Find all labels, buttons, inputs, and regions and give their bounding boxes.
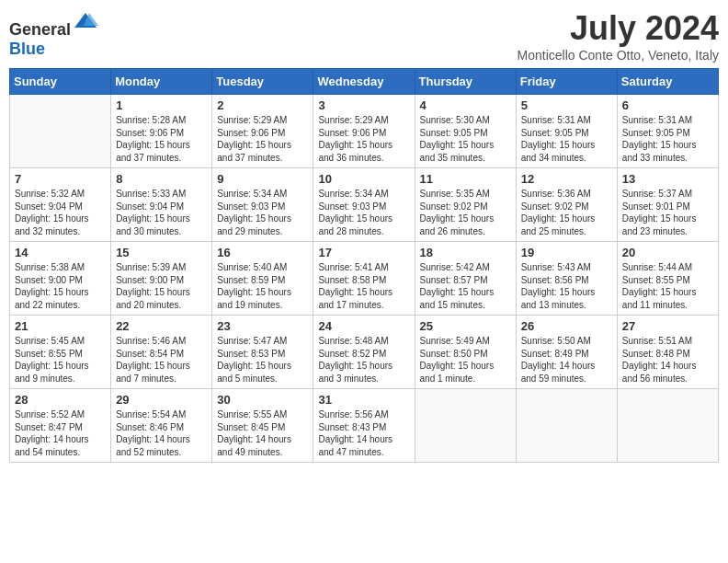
day-number: 14 <box>15 246 106 259</box>
month-year-title: July 2024 <box>518 9 719 48</box>
day-content: Sunrise: 5:54 AM Sunset: 8:46 PM Dayligh… <box>116 408 207 458</box>
calendar-cell: 14Sunrise: 5:38 AM Sunset: 9:00 PM Dayli… <box>10 242 111 316</box>
day-content: Sunrise: 5:52 AM Sunset: 8:47 PM Dayligh… <box>15 408 106 458</box>
day-content: Sunrise: 5:34 AM Sunset: 9:03 PM Dayligh… <box>318 188 409 237</box>
day-number: 13 <box>622 172 713 186</box>
day-content: Sunrise: 5:32 AM Sunset: 9:04 PM Dayligh… <box>15 188 106 237</box>
day-content: Sunrise: 5:46 AM Sunset: 8:54 PM Dayligh… <box>116 335 207 385</box>
logo-general: General <box>9 20 71 39</box>
calendar-cell: 15Sunrise: 5:39 AM Sunset: 9:00 PM Dayli… <box>111 242 212 316</box>
day-content: Sunrise: 5:48 AM Sunset: 8:52 PM Dayligh… <box>318 335 409 385</box>
day-number: 7 <box>15 172 106 186</box>
day-content: Sunrise: 5:42 AM Sunset: 8:57 PM Dayligh… <box>420 261 511 311</box>
day-number: 30 <box>217 393 308 407</box>
calendar-cell <box>516 389 617 463</box>
day-number: 10 <box>318 172 409 186</box>
logo-text: General Blue <box>9 9 98 59</box>
day-number: 17 <box>318 246 409 259</box>
day-content: Sunrise: 5:31 AM Sunset: 9:05 PM Dayligh… <box>521 114 612 164</box>
calendar-cell: 28Sunrise: 5:52 AM Sunset: 8:47 PM Dayli… <box>10 389 111 463</box>
calendar-week-row: 21Sunrise: 5:45 AM Sunset: 8:55 PM Dayli… <box>10 316 719 389</box>
calendar-cell: 18Sunrise: 5:42 AM Sunset: 8:57 PM Dayli… <box>415 242 516 316</box>
day-content: Sunrise: 5:51 AM Sunset: 8:48 PM Dayligh… <box>622 335 713 385</box>
calendar-cell: 4Sunrise: 5:30 AM Sunset: 9:05 PM Daylig… <box>415 95 516 168</box>
day-content: Sunrise: 5:44 AM Sunset: 8:55 PM Dayligh… <box>622 261 713 311</box>
calendar-cell: 17Sunrise: 5:41 AM Sunset: 8:58 PM Dayli… <box>313 242 415 316</box>
logo-blue: Blue <box>9 40 45 58</box>
day-number: 4 <box>420 98 511 112</box>
day-number: 16 <box>217 246 308 259</box>
calendar-cell: 12Sunrise: 5:36 AM Sunset: 9:02 PM Dayli… <box>516 168 617 242</box>
day-number: 27 <box>622 319 713 333</box>
calendar-cell: 23Sunrise: 5:47 AM Sunset: 8:53 PM Dayli… <box>212 316 313 389</box>
calendar-cell: 10Sunrise: 5:34 AM Sunset: 9:03 PM Dayli… <box>313 168 415 242</box>
calendar-cell: 30Sunrise: 5:55 AM Sunset: 8:45 PM Dayli… <box>212 389 313 463</box>
calendar-week-row: 28Sunrise: 5:52 AM Sunset: 8:47 PM Dayli… <box>10 389 719 463</box>
day-content: Sunrise: 5:33 AM Sunset: 9:04 PM Dayligh… <box>116 188 207 237</box>
calendar-cell: 5Sunrise: 5:31 AM Sunset: 9:05 PM Daylig… <box>516 95 617 168</box>
day-number: 24 <box>318 319 409 333</box>
calendar-cell <box>415 389 516 463</box>
day-content: Sunrise: 5:43 AM Sunset: 8:56 PM Dayligh… <box>521 261 612 311</box>
day-content: Sunrise: 5:47 AM Sunset: 8:53 PM Dayligh… <box>217 335 308 385</box>
day-number: 31 <box>318 393 409 407</box>
calendar-cell: 8Sunrise: 5:33 AM Sunset: 9:04 PM Daylig… <box>111 168 212 242</box>
day-number: 11 <box>420 172 511 186</box>
calendar-cell <box>10 95 111 168</box>
day-number: 28 <box>15 393 106 407</box>
day-content: Sunrise: 5:39 AM Sunset: 9:00 PM Dayligh… <box>116 261 207 311</box>
day-content: Sunrise: 5:36 AM Sunset: 9:02 PM Dayligh… <box>521 188 612 237</box>
day-number: 5 <box>521 98 612 112</box>
day-content: Sunrise: 5:37 AM Sunset: 9:01 PM Dayligh… <box>622 188 713 237</box>
calendar-cell: 7Sunrise: 5:32 AM Sunset: 9:04 PM Daylig… <box>10 168 111 242</box>
day-number: 26 <box>521 319 612 333</box>
day-number: 8 <box>116 172 207 186</box>
day-content: Sunrise: 5:35 AM Sunset: 9:02 PM Dayligh… <box>420 188 511 237</box>
day-number: 25 <box>420 319 511 333</box>
weekday-header-sunday: Sunday <box>10 69 111 95</box>
day-content: Sunrise: 5:30 AM Sunset: 9:05 PM Dayligh… <box>420 114 511 164</box>
page-header: General Blue July 2024 Monticello Conte … <box>9 9 719 63</box>
calendar-cell: 29Sunrise: 5:54 AM Sunset: 8:46 PM Dayli… <box>111 389 212 463</box>
calendar-cell: 31Sunrise: 5:56 AM Sunset: 8:43 PM Dayli… <box>313 389 415 463</box>
weekday-header-saturday: Saturday <box>617 69 718 95</box>
day-number: 19 <box>521 246 612 259</box>
calendar-table: SundayMondayTuesdayWednesdayThursdayFrid… <box>9 68 719 463</box>
day-number: 18 <box>420 246 511 259</box>
day-content: Sunrise: 5:31 AM Sunset: 9:05 PM Dayligh… <box>622 114 713 164</box>
day-content: Sunrise: 5:45 AM Sunset: 8:55 PM Dayligh… <box>15 335 106 385</box>
day-number: 29 <box>116 393 207 407</box>
day-content: Sunrise: 5:55 AM Sunset: 8:45 PM Dayligh… <box>217 408 308 458</box>
weekday-header-wednesday: Wednesday <box>313 69 415 95</box>
calendar-cell: 9Sunrise: 5:34 AM Sunset: 9:03 PM Daylig… <box>212 168 313 242</box>
day-number: 6 <box>622 98 713 112</box>
calendar-cell: 21Sunrise: 5:45 AM Sunset: 8:55 PM Dayli… <box>10 316 111 389</box>
weekday-header-tuesday: Tuesday <box>212 69 313 95</box>
calendar-cell: 20Sunrise: 5:44 AM Sunset: 8:55 PM Dayli… <box>617 242 718 316</box>
day-content: Sunrise: 5:29 AM Sunset: 9:06 PM Dayligh… <box>318 114 409 164</box>
calendar-cell: 24Sunrise: 5:48 AM Sunset: 8:52 PM Dayli… <box>313 316 415 389</box>
weekday-header-row: SundayMondayTuesdayWednesdayThursdayFrid… <box>10 69 719 95</box>
calendar-cell: 19Sunrise: 5:43 AM Sunset: 8:56 PM Dayli… <box>516 242 617 316</box>
day-number: 3 <box>318 98 409 112</box>
calendar-week-row: 14Sunrise: 5:38 AM Sunset: 9:00 PM Dayli… <box>10 242 719 316</box>
calendar-cell: 27Sunrise: 5:51 AM Sunset: 8:48 PM Dayli… <box>617 316 718 389</box>
weekday-header-thursday: Thursday <box>415 69 516 95</box>
weekday-header-friday: Friday <box>516 69 617 95</box>
calendar-cell: 6Sunrise: 5:31 AM Sunset: 9:05 PM Daylig… <box>617 95 718 168</box>
calendar-week-row: 1Sunrise: 5:28 AM Sunset: 9:06 PM Daylig… <box>10 95 719 168</box>
calendar-cell: 1Sunrise: 5:28 AM Sunset: 9:06 PM Daylig… <box>111 95 212 168</box>
calendar-cell: 2Sunrise: 5:29 AM Sunset: 9:06 PM Daylig… <box>212 95 313 168</box>
calendar-cell: 22Sunrise: 5:46 AM Sunset: 8:54 PM Dayli… <box>111 316 212 389</box>
day-number: 15 <box>116 246 207 259</box>
calendar-cell <box>617 389 718 463</box>
day-number: 22 <box>116 319 207 333</box>
day-content: Sunrise: 5:38 AM Sunset: 9:00 PM Dayligh… <box>15 261 106 311</box>
day-content: Sunrise: 5:29 AM Sunset: 9:06 PM Dayligh… <box>217 114 308 164</box>
day-number: 1 <box>116 98 207 112</box>
day-content: Sunrise: 5:34 AM Sunset: 9:03 PM Dayligh… <box>217 188 308 237</box>
day-number: 9 <box>217 172 308 186</box>
day-content: Sunrise: 5:41 AM Sunset: 8:58 PM Dayligh… <box>318 261 409 311</box>
calendar-cell: 11Sunrise: 5:35 AM Sunset: 9:02 PM Dayli… <box>415 168 516 242</box>
calendar-cell: 25Sunrise: 5:49 AM Sunset: 8:50 PM Dayli… <box>415 316 516 389</box>
